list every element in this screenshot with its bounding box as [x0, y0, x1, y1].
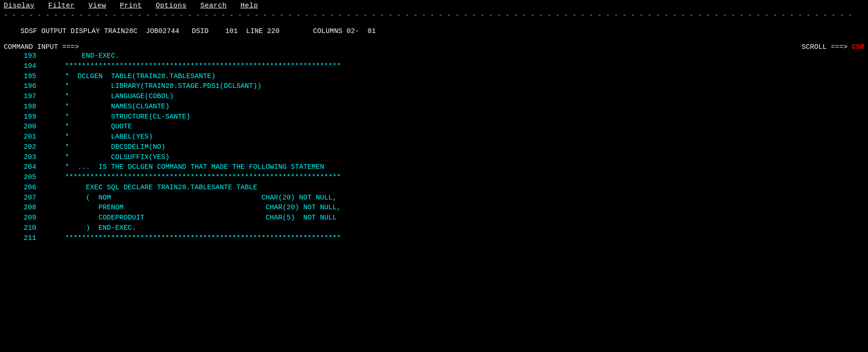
line-content: * DCLGEN TABLE(TRAIN28.TABLESANTE): [40, 72, 215, 82]
table-row: 198 * NAMES(CLSANTE): [4, 102, 864, 112]
scroll-value: CSR: [852, 43, 864, 51]
line-number: 202: [4, 142, 36, 153]
menu-item-view[interactable]: View: [89, 2, 106, 10]
line-content: * QUOTE: [40, 122, 132, 132]
line-number: 209: [4, 213, 36, 223]
table-row: 204 * ... IS THE DCLGEN COMMAND THAT MAD…: [4, 162, 864, 173]
line-content: * DBCSDELIM(NO): [40, 142, 165, 153]
line-number: 203: [4, 153, 36, 163]
command-label: COMMAND INPUT ===>: [4, 43, 79, 51]
table-row: 209 CODEPRODUIT CHAR(5) NOT NULL: [4, 213, 864, 223]
status-text: SDSF OUTPUT DISPLAY TRAIN28C JOB02744 DS…: [20, 27, 376, 35]
line-number: 198: [4, 102, 36, 112]
menu-bar: Display Filter View Print Options Search…: [0, 0, 868, 12]
line-content: * LIBRARY(TRAIN28.STAGE.PDS1(DCLSANT)): [40, 81, 261, 92]
line-number: 208: [4, 203, 36, 213]
line-number: 194: [4, 61, 36, 72]
line-content: CODEPRODUIT CHAR(5) NOT NULL: [40, 213, 337, 223]
line-number: 210: [4, 223, 36, 233]
table-row: 199 * STRUCTURE(CL-SANTE): [4, 112, 864, 122]
line-content: * ... IS THE DCLGEN COMMAND THAT MADE TH…: [40, 162, 324, 173]
line-number: 201: [4, 132, 36, 142]
table-row: 195 * DCLGEN TABLE(TRAIN28.TABLESANTE): [4, 72, 864, 82]
table-row: 208 PRENOM CHAR(20) NOT NULL,: [4, 203, 864, 213]
line-number: 206: [4, 183, 36, 193]
table-row: 201 * LABEL(YES): [4, 132, 864, 142]
terminal-window: Display Filter View Print Options Search…: [0, 0, 868, 352]
scroll-label: SCROLL ===>: [802, 43, 848, 51]
line-number: 196: [4, 81, 36, 92]
table-row: 193 END-EXEC.: [4, 51, 864, 61]
menu-item-print[interactable]: Print: [120, 2, 142, 10]
line-number: 207: [4, 193, 36, 203]
menu-item-display[interactable]: Display: [4, 2, 35, 10]
line-content: ****************************************…: [40, 173, 341, 183]
line-number: 199: [4, 112, 36, 122]
line-content: ****************************************…: [40, 233, 341, 244]
menu-item-search[interactable]: Search: [200, 2, 227, 10]
line-content: ( NOM CHAR(20) NOT NULL,: [40, 193, 337, 203]
line-content: * NAMES(CLSANTE): [40, 102, 170, 112]
table-row: 200 * QUOTE: [4, 122, 864, 132]
command-input[interactable]: [85, 43, 224, 51]
line-content: * LANGUAGE(COBOL): [40, 92, 174, 102]
line-content: END-EXEC.: [40, 51, 119, 61]
line-content: ****************************************…: [40, 61, 341, 72]
table-row: 207 ( NOM CHAR(20) NOT NULL,: [4, 193, 864, 203]
line-number: 211: [4, 233, 36, 244]
table-row: 196 * LIBRARY(TRAIN28.STAGE.PDS1(DCLSANT…: [4, 81, 864, 92]
line-number: 205: [4, 173, 36, 183]
table-row: 194 ************************************…: [4, 61, 864, 72]
table-row: 197 * LANGUAGE(COBOL): [4, 92, 864, 102]
line-content: EXEC SQL DECLARE TRAIN28.TABLESANTE TABL…: [40, 183, 257, 193]
line-content: PRENOM CHAR(20) NOT NULL,: [40, 203, 341, 213]
line-content: * COLSUFFIX(YES): [40, 153, 170, 163]
table-row: 206 EXEC SQL DECLARE TRAIN28.TABLESANTE …: [4, 183, 864, 193]
code-area: 193 END-EXEC. 194 **********************…: [0, 51, 868, 243]
table-row: 210 ) END-EXEC.: [4, 223, 864, 233]
line-content: ) END-EXEC.: [40, 223, 136, 233]
table-row: 211 ************************************…: [4, 233, 864, 244]
table-row: 205 ************************************…: [4, 173, 864, 183]
line-number: 193: [4, 51, 36, 61]
menu-item-filter[interactable]: Filter: [48, 2, 75, 10]
menu-separator: - - - - - - - - - - - - - - - - - - - - …: [0, 12, 868, 20]
line-number: 200: [4, 122, 36, 132]
command-bar: COMMAND INPUT ===> SCROLL ===> CSR: [0, 43, 868, 51]
line-number: 204: [4, 162, 36, 173]
line-number: 195: [4, 72, 36, 82]
table-row: 203 * COLSUFFIX(YES): [4, 153, 864, 163]
menu-item-help[interactable]: Help: [241, 2, 258, 10]
status-bar: SDSF OUTPUT DISPLAY TRAIN28C JOB02744 DS…: [0, 20, 868, 43]
line-number: 197: [4, 92, 36, 102]
line-content: * LABEL(YES): [40, 132, 153, 142]
table-row: 202 * DBCSDELIM(NO): [4, 142, 864, 153]
menu-item-options[interactable]: Options: [156, 2, 187, 10]
line-content: * STRUCTURE(CL-SANTE): [40, 112, 190, 122]
